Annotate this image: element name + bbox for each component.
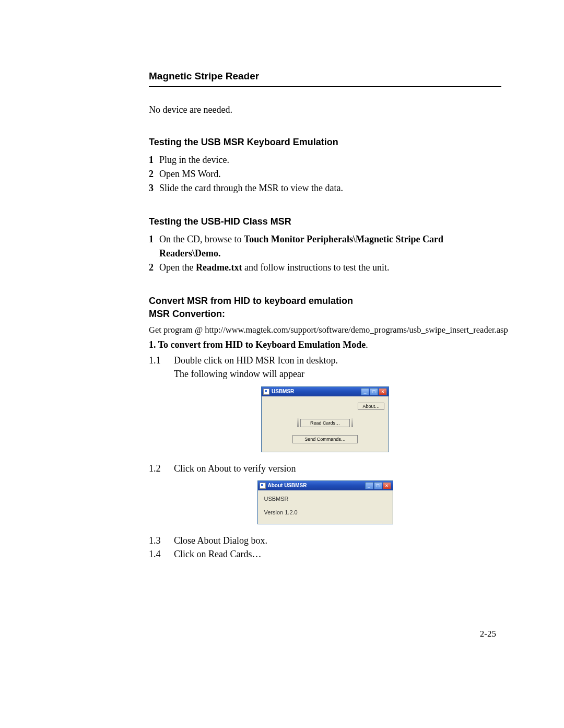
list-usb-hid: 1 On the CD, browse to Touch Monitor Per… [149,232,501,275]
substep-number: 1.1 [149,354,174,381]
substep-list: 1.1 Double click on HID MSR Icon in desk… [149,354,501,381]
list-number: 2 [149,261,158,275]
substep-text: Click on About to verify version [174,462,501,475]
substep-text: Click on Read Cards… [174,547,501,561]
document-page: Magnetic Stripe Reader No device are nee… [0,0,564,728]
grip-icon [351,418,353,427]
substep-number: 1.2 [149,462,174,475]
text-line: The following window will appear [174,369,304,379]
list-text: On the CD, browse to Touch Monitor Perip… [159,232,501,261]
list-number: 2 [149,167,158,181]
subheading-convert-a: Convert MSR from HID to keyboard emulati… [149,296,501,307]
substep-number: 1.3 [149,534,174,547]
list-item: 3 Slide the card through the MSR to view… [149,181,501,195]
substep-text: Close About Dialog box. [174,534,501,547]
dialog-body: USBMSR Version 1.2.0 [258,490,393,524]
list-number: 1 [149,153,158,167]
about-line-name: USBMSR [264,496,386,502]
url-line: Get program @ http://www.magtek.com/supp… [149,325,501,335]
subheading-convert-b: MSR Convertion: [149,309,501,320]
about-line-version: Version 1.2.0 [264,509,386,515]
substep-text: Double click on HID MSR Icon in desktop.… [174,354,501,381]
maximize-button[interactable]: □ [370,388,378,395]
substep-list: 1.3 Close About Dialog box. 1.4 Click on… [149,534,501,561]
list-item: 1.4 Click on Read Cards… [149,547,501,561]
minimize-button[interactable]: _ [361,388,369,395]
substep-list: 1.2 Click on About to verify version [149,462,501,475]
page-number: 2-25 [480,629,496,639]
dialog-about-usbmsr: About USBMSR _ □ × USBMSR Version 1.2.0 [257,480,393,524]
text-line: Double click on HID MSR Icon in desktop. [174,355,338,366]
app-icon [263,389,269,395]
list-number: 1 [149,232,158,261]
list-item: 1 On the CD, browse to Touch Monitor Per… [149,232,501,261]
screenshot-about-dialog: About USBMSR _ □ × USBMSR Version 1.2.0 [149,480,501,524]
list-number: 3 [149,181,158,195]
titlebar: USBMSR _ □ × [262,387,389,396]
list-text: Open the Readme.txt and follow instructi… [159,261,501,275]
subheading-usb-hid: Testing the USB-HID Class MSR [149,216,501,227]
close-button[interactable]: × [383,482,391,489]
list-item: 1.2 Click on About to verify version [149,462,501,475]
dialog-body: About… Read Cards… Send Commands… [262,396,389,452]
substep-number: 1.4 [149,547,174,561]
list-usb-kbd: 1 Plug in the device. 2 Open MS Word. 3 … [149,153,501,195]
read-cards-button[interactable]: Read Cards… [300,419,350,427]
send-commands-button[interactable]: Send Commands… [292,435,358,443]
subheading-usb-kbd: Testing the USB MSR Keyboard Emulation [149,137,501,148]
list-item: 1 Plug in the device. [149,153,501,167]
titlebar-title: About USBMSR [268,483,307,488]
list-text: Slide the card through the MSR to view t… [159,181,501,195]
step-heading-text: To convert from HID to Keyboard Emulatio… [158,339,366,350]
text-run: and follow instructions to test the unit… [242,262,389,273]
section-heading: Magnetic Stripe Reader [149,71,501,82]
text-run: Open the [159,262,196,273]
titlebar: About USBMSR _ □ × [258,481,393,490]
list-text: Open MS Word. [159,167,501,181]
close-button[interactable]: × [379,388,387,395]
grip-icon [297,418,299,427]
list-item: 2 Open the Readme.txt and follow instruc… [149,261,501,275]
maximize-button[interactable]: □ [374,482,382,489]
screenshot-usbmsr-dialog: USBMSR _ □ × About… Read Cards… [149,386,501,452]
minimize-button[interactable]: _ [365,482,373,489]
intro-paragraph: No device are needed. [149,104,501,116]
list-text: Plug in the device. [159,153,501,167]
dialog-usbmsr: USBMSR _ □ × About… Read Cards… [261,386,389,452]
app-icon [260,483,266,489]
step-heading-period: . [366,339,368,350]
list-item: 1.3 Close About Dialog box. [149,534,501,547]
titlebar-title: USBMSR [272,389,294,394]
list-item: 2 Open MS Word. [149,167,501,181]
text-bold: Readme.txt [196,262,242,273]
subheading-convert-block: Convert MSR from HID to keyboard emulati… [149,296,501,320]
list-item: 1.1 Double click on HID MSR Icon in desk… [149,354,501,381]
heading-rule [149,86,501,87]
about-button[interactable]: About… [358,403,384,410]
text-run: On the CD, browse to [159,234,244,244]
step-heading-num: 1. [149,339,158,350]
step-heading: 1. To convert from HID to Keyboard Emula… [149,339,501,350]
